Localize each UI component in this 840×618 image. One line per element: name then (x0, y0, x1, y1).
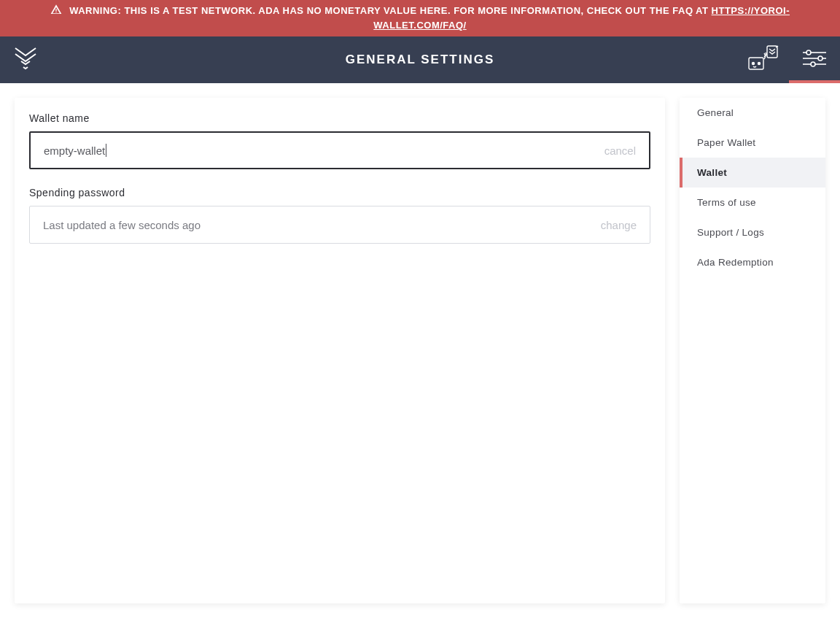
sidebar-item-label: Terms of use (697, 197, 756, 208)
spending-password-field[interactable]: Last updated a few seconds ago change (29, 206, 650, 244)
svg-point-2 (758, 63, 761, 65)
spending-password-label: Spending password (29, 187, 650, 198)
text-caret (106, 144, 106, 157)
app-logo[interactable] (0, 36, 51, 83)
sidebar-item-label: Wallet (697, 167, 727, 178)
yoroi-logo-icon (14, 45, 37, 74)
settings-sidebar: General Paper Wallet Wallet Terms of use… (680, 98, 825, 603)
sidebar-item-general[interactable]: General (680, 98, 825, 128)
sidebar-item-terms-of-use[interactable]: Terms of use (680, 188, 825, 217)
topbar: GENERAL SETTINGS (0, 36, 840, 83)
wallets-button[interactable] (738, 36, 789, 83)
settings-sliders-icon (803, 50, 826, 70)
svg-point-7 (818, 56, 822, 61)
sidebar-item-paper-wallet[interactable]: Paper Wallet (680, 128, 825, 158)
main-panel: Wallet name empty-wallet cancel Spending… (15, 98, 665, 603)
sidebar-item-support-logs[interactable]: Support / Logs (680, 217, 825, 247)
wallet-name-label: Wallet name (29, 112, 650, 124)
warning-banner: WARNING: THIS IS A TEST NETWORK. ADA HAS… (0, 0, 840, 36)
sidebar-item-label: General (697, 107, 734, 118)
svg-point-9 (811, 62, 815, 66)
settings-button[interactable] (789, 36, 840, 83)
sidebar-item-label: Support / Logs (697, 227, 764, 238)
sidebar-item-ada-redemption[interactable]: Ada Redemption (680, 247, 825, 277)
svg-point-1 (752, 63, 755, 65)
spending-password-status: Last updated a few seconds ago (43, 219, 592, 231)
sidebar-item-label: Ada Redemption (697, 257, 774, 268)
svg-rect-3 (767, 46, 777, 58)
svg-point-5 (806, 50, 811, 55)
warning-text: WARNING: THIS IS A TEST NETWORK. ADA HAS… (69, 5, 711, 16)
wallet-name-input[interactable]: empty-wallet (44, 144, 105, 157)
sidebar-item-label: Paper Wallet (697, 137, 755, 148)
spending-password-change[interactable]: change (601, 219, 637, 231)
wallet-name-cancel[interactable]: cancel (604, 144, 636, 157)
sidebar-item-wallet[interactable]: Wallet (680, 158, 825, 188)
page-title: GENERAL SETTINGS (0, 36, 840, 83)
warning-icon (50, 5, 69, 16)
layout: Wallet name empty-wallet cancel Spending… (0, 83, 840, 618)
wallet-name-field[interactable]: empty-wallet cancel (29, 131, 650, 169)
svg-rect-0 (749, 58, 763, 69)
wallets-icon (748, 45, 779, 75)
